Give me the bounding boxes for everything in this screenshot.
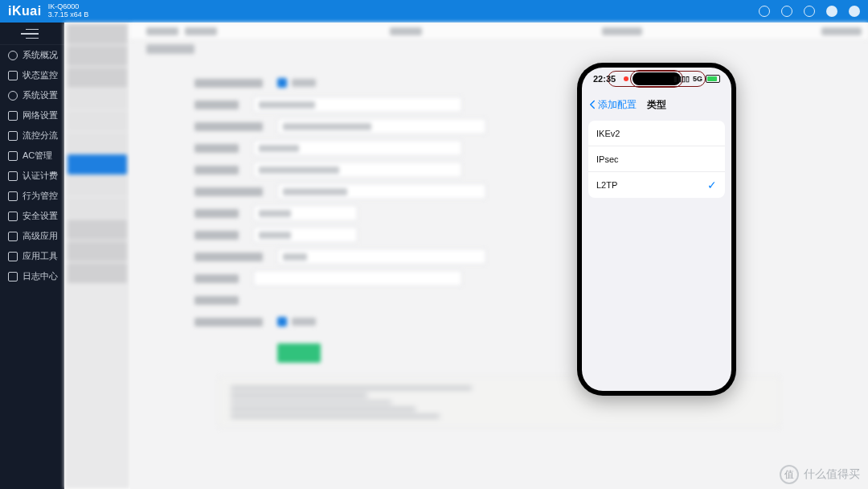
nav-status-monitor[interactable]: 状态监控 [0,65,64,85]
nav-security-settings[interactable]: 安全设置 [0,206,64,226]
apps-icon [8,232,18,241]
sidebar-collapse-button[interactable] [0,23,64,45]
dashboard-icon [8,51,18,60]
nav-ac-management[interactable]: AC管理 [0,146,64,166]
signal-bars-icon: ▮▮▯▯ [674,75,690,83]
form-label [194,144,239,153]
form-label [194,296,239,305]
top-bar: iKuai IK-Q6000 3.7.15 x64 B [0,0,868,23]
nav-auth-billing[interactable]: 认证计费 [0,166,64,186]
checkbox-label [292,318,316,326]
topbar-icon-2[interactable] [781,6,792,17]
topbar-icon-3[interactable] [804,6,815,17]
form-label [194,274,239,283]
watermark: 值 什么值得买 [780,465,860,484]
tab-chip [146,44,194,54]
form-label [194,122,263,131]
log-icon [8,272,18,281]
sub-tab-bar [130,40,868,58]
auth-icon [8,171,18,181]
subnav-item[interactable] [68,24,127,44]
watermark-badge: 值 [780,465,799,484]
phone-back-button[interactable]: 添加配置 [588,98,637,112]
nav-app-tools[interactable]: 应用工具 [0,246,64,266]
subnav-item[interactable] [68,198,127,218]
battery-icon [706,75,720,83]
subnav-item[interactable] [68,241,127,261]
phone-status-bar: 22:35 ▮▮▯▯ 5G [582,68,731,90]
form-input[interactable] [253,140,462,156]
subnav-item[interactable] [68,263,127,283]
subnav-item[interactable] [68,111,127,131]
checkmark-icon: ✓ [707,179,717,191]
form-input[interactable] [277,183,486,199]
form-label [194,253,263,261]
form-label [194,101,239,109]
breadcrumb-chip [602,27,642,35]
hamburger-icon [26,29,39,39]
subnav-item-active[interactable] [68,154,127,175]
vpn-type-option-ikev2[interactable]: IKEv2 [588,121,725,146]
secondary-checkbox[interactable] [277,317,287,327]
gear-icon [8,91,18,101]
nav-system-overview[interactable]: 系统概况 [0,45,64,65]
form-input[interactable] [253,270,462,286]
subnav-item[interactable] [68,46,127,66]
save-button[interactable] [277,343,321,363]
vpn-type-option-l2tp[interactable]: L2TP ✓ [588,172,725,198]
back-label: 添加配置 [598,98,637,112]
form-input[interactable] [253,227,358,243]
recording-indicator-icon [624,76,628,81]
topbar-icon-4[interactable] [826,6,837,17]
form-label [194,231,239,240]
chevron-left-icon [588,100,596,109]
form-input[interactable] [277,249,486,265]
option-label: IPsec [596,154,619,164]
enable-checkbox[interactable] [277,78,287,88]
nav-traffic-control[interactable]: 流控分流 [0,125,64,146]
topbar-icon-1[interactable] [759,6,770,17]
breadcrumb-chip [821,27,862,35]
network-label: 5G [693,75,702,83]
shield-icon [8,212,18,221]
subnav-item[interactable] [68,220,127,240]
vpn-type-option-ipsec[interactable]: IPsec [588,146,725,172]
model-info: IK-Q6000 3.7.15 x64 B [48,3,89,19]
subnav-item[interactable] [68,133,127,153]
traffic-icon [8,131,18,141]
brand-logo: iKuai [8,4,42,18]
nav-advanced-apps[interactable]: 高级应用 [0,226,64,246]
vpn-type-list: IKEv2 IPsec L2TP ✓ [588,121,725,198]
subnav-item[interactable] [68,68,127,88]
option-label: IKEv2 [596,129,620,138]
ac-icon [8,151,18,161]
form-input[interactable] [253,162,462,178]
form-input[interactable] [277,118,486,134]
monitor-icon [8,71,18,80]
breadcrumb-chip [390,27,422,35]
form-label [194,187,263,196]
settings-form [130,58,868,443]
status-time: 22:35 [593,74,616,84]
nav-system-settings[interactable]: 系统设置 [0,85,64,105]
nav-network-settings[interactable]: 网络设置 [0,105,64,125]
form-label [194,209,239,218]
form-input[interactable] [253,205,358,221]
form-input[interactable] [253,97,462,113]
breadcrumb-chip [146,27,178,35]
network-icon [8,111,18,121]
behavior-icon [8,191,18,201]
nav-behavior-control[interactable]: 行为管控 [0,186,64,206]
form-label [194,166,239,175]
breadcrumb-bar [130,23,868,40]
subnav-item[interactable] [68,89,127,109]
checkbox-label [292,79,316,87]
topbar-icon-5[interactable] [849,6,860,17]
subnav-item[interactable] [68,176,127,196]
nav-log-center[interactable]: 日志中心 [0,266,64,286]
main-content [130,23,868,489]
form-label [194,79,263,88]
sub-sidebar [64,23,130,489]
firmware-version: 3.7.15 x64 B [48,11,89,19]
phone-mockup: 22:35 ▮▮▯▯ 5G 添加配置 类型 IKEv2 IPsec L2TP [577,63,736,396]
